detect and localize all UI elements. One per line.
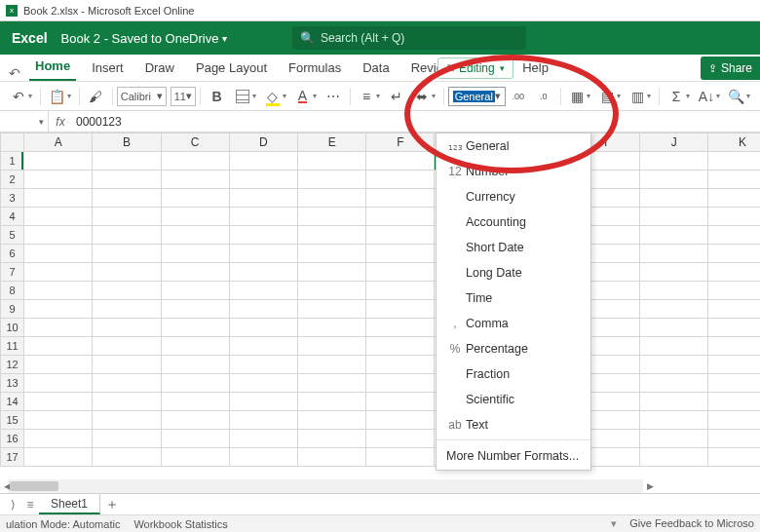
cell-C17[interactable] [161,448,229,467]
worksheet-grid[interactable]: ABCDEFGHIJKL1000012323456789101112131415… [0,133,760,493]
name-box[interactable]: ▾ [0,111,49,132]
col-header-F[interactable]: F [366,133,435,152]
cell-E17[interactable] [298,448,366,467]
cell-K2[interactable] [708,171,760,189]
cell-K5[interactable] [708,226,760,245]
fx-icon[interactable]: fx [49,115,72,129]
tab-draw[interactable]: Draw [139,57,180,81]
cell-B5[interactable] [93,226,161,245]
cell-E5[interactable] [298,226,366,245]
col-header-A[interactable]: A [24,133,93,152]
cell-E7[interactable] [298,263,366,282]
cell-B16[interactable] [93,430,161,448]
cell-J11[interactable] [640,337,708,356]
cell-K6[interactable] [708,245,760,263]
cell-C13[interactable] [161,374,229,393]
cell-D2[interactable] [229,171,297,189]
cell-J13[interactable] [640,374,708,393]
cell-B13[interactable] [93,374,161,393]
cell-F3[interactable] [366,189,435,208]
cell-C7[interactable] [161,263,229,282]
row-header-2[interactable]: 2 [1,171,24,189]
cell-F15[interactable] [366,411,435,430]
cell-F17[interactable] [366,448,435,467]
cell-F14[interactable] [366,393,435,411]
number-format-option-scientific[interactable]: Scientific [437,387,590,412]
brand-label[interactable]: Excel [12,30,48,46]
find-button[interactable]: 🔍▾ [728,88,750,105]
cell-C2[interactable] [161,171,229,189]
row-header-16[interactable]: 16 [1,430,24,448]
cell-B6[interactable] [93,245,161,263]
cell-A14[interactable] [24,393,93,411]
cell-D12[interactable] [229,356,297,374]
cell-A6[interactable] [24,245,93,263]
cell-K10[interactable] [708,319,760,337]
cell-C9[interactable] [161,300,229,319]
cell-K11[interactable] [708,337,760,356]
number-format-option-time[interactable]: Time [437,285,590,311]
font-name-select[interactable]: Calibri▾ [117,87,167,106]
cell-F2[interactable] [366,171,435,189]
tab-formulas[interactable]: Formulas [283,57,347,81]
horizontal-scrollbar[interactable]: ◀ ▶ [8,479,643,493]
calc-mode-label[interactable]: ulation Mode: Automatic [6,518,120,530]
row-header-9[interactable]: 9 [1,300,24,319]
cell-K12[interactable] [708,356,760,374]
autosum-button[interactable]: Σ▾ [667,88,690,105]
cell-B8[interactable] [93,282,161,300]
cell-J15[interactable] [640,411,708,430]
row-header-15[interactable]: 15 [1,411,24,430]
feedback-link[interactable]: Give Feedback to Microso [629,517,754,529]
row-header-1[interactable]: 1 [1,152,24,171]
sheet-all-menu-icon[interactable]: ≡ [21,498,39,512]
cell-E10[interactable] [298,319,366,337]
cell-A16[interactable] [24,430,93,448]
paste-button[interactable]: 📋▾ [49,88,71,105]
select-all-corner[interactable] [1,133,24,152]
cell-J6[interactable] [640,245,708,263]
cell-D11[interactable] [229,337,297,356]
col-header-J[interactable]: J [640,133,708,152]
cell-C1[interactable] [161,152,229,171]
cell-B11[interactable] [93,337,161,356]
cell-D10[interactable] [229,319,297,337]
cell-K13[interactable] [708,374,760,393]
align-center-button[interactable]: ≡▾ [358,88,380,105]
number-format-option-general[interactable]: ₁₂₃General [437,133,590,159]
cell-B14[interactable] [93,393,161,411]
decrease-decimal-button[interactable]: .0 [535,88,552,105]
cell-F7[interactable] [366,263,435,282]
cell-J14[interactable] [640,393,708,411]
cell-J5[interactable] [640,226,708,245]
cell-D5[interactable] [229,226,297,245]
tab-home[interactable]: Home [29,55,76,81]
cell-A3[interactable] [24,189,93,208]
scroll-thumb[interactable] [10,481,58,491]
cell-E3[interactable] [298,189,366,208]
number-format-select[interactable]: General ▾ [448,87,506,106]
cell-F1[interactable] [366,152,435,171]
row-header-11[interactable]: 11 [1,337,24,356]
cell-A2[interactable] [24,171,93,189]
number-format-option-text[interactable]: abText [437,412,590,437]
col-header-K[interactable]: K [708,133,760,152]
cell-E12[interactable] [298,356,366,374]
add-sheet-button[interactable]: ＋ [100,496,124,513]
cell-F6[interactable] [366,245,435,263]
cell-D7[interactable] [229,263,297,282]
cell-A10[interactable] [24,319,93,337]
cell-C12[interactable] [161,356,229,374]
cell-B10[interactable] [93,319,161,337]
scroll-right-icon[interactable]: ▶ [643,479,657,493]
cell-A5[interactable] [24,226,93,245]
row-header-7[interactable]: 7 [1,263,24,282]
cell-K7[interactable] [708,263,760,282]
cell-K15[interactable] [708,411,760,430]
undo-button[interactable]: ↶▾ [10,88,32,105]
number-format-option-currency[interactable]: Currency [437,184,590,209]
cell-C15[interactable] [161,411,229,430]
cell-D4[interactable] [229,208,297,226]
cell-J8[interactable] [640,282,708,300]
workbook-stats-label[interactable]: Workbook Statistics [133,518,227,530]
